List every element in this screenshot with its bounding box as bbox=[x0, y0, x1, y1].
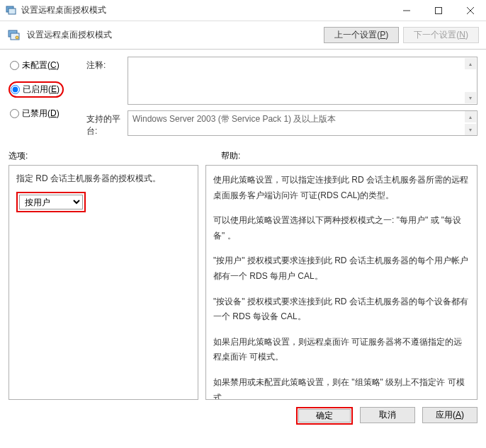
option-description: 指定 RD 会话主机服务器的授权模式。 bbox=[16, 173, 191, 185]
window-icon bbox=[6, 5, 17, 16]
state-radio-group: 未配置(C) 已启用(E) 已禁用(D) bbox=[9, 57, 86, 143]
svg-point-8 bbox=[16, 36, 18, 39]
radio-disabled-input[interactable] bbox=[10, 109, 19, 118]
close-button[interactable] bbox=[454, 0, 486, 21]
next-setting-button: 下一个设置(N) bbox=[403, 27, 479, 43]
help-section-label: 帮助: bbox=[207, 150, 477, 162]
svg-rect-3 bbox=[435, 7, 441, 13]
apply-button-label: 应用(A) bbox=[436, 409, 464, 421]
radio-enabled-input[interactable] bbox=[11, 85, 20, 94]
header: 设置远程桌面授权模式 上一个设置(P) 下一个设置(N) bbox=[0, 21, 486, 50]
radio-enabled[interactable]: 已启用(E) bbox=[9, 81, 64, 98]
radio-not-configured-input[interactable] bbox=[10, 61, 19, 70]
dialog-footer: 确定 取消 应用(A) bbox=[0, 400, 486, 425]
radio-not-configured-label: 未配置(C) bbox=[22, 59, 60, 71]
apply-button[interactable]: 应用(A) bbox=[422, 407, 477, 423]
prev-setting-button[interactable]: 上一个设置(P) bbox=[324, 27, 399, 43]
ok-button-highlight: 确定 bbox=[296, 407, 353, 425]
options-panel: 指定 RD 会话主机服务器的授权模式。 按用户 bbox=[9, 165, 198, 400]
radio-not-configured[interactable]: 未配置(C) bbox=[9, 58, 86, 73]
annotation-label: 注释: bbox=[86, 57, 128, 105]
titlebar: 设置远程桌面授权模式 bbox=[0, 0, 486, 21]
page-title: 设置远程桌面授权模式 bbox=[27, 29, 324, 41]
window-controls bbox=[390, 0, 486, 21]
options-section-label: 选项: bbox=[9, 150, 207, 162]
help-paragraph: 使用此策略设置，可以指定连接到此 RD 会话主机服务器所需的远程桌面服务客户端访… bbox=[213, 173, 470, 203]
minimize-button[interactable] bbox=[390, 0, 422, 21]
annotation-textarea[interactable]: ▴ ▾ bbox=[128, 57, 477, 105]
help-paragraph: 如果禁用或未配置此策略设置，则在 "组策略" 级别上不指定许 可模式。 bbox=[213, 375, 470, 400]
radio-disabled[interactable]: 已禁用(D) bbox=[9, 106, 86, 121]
help-paragraph: "按设备" 授权模式要求连接到此 RD 会话主机服务器的每个设备都有一个 RDS… bbox=[213, 294, 470, 325]
mode-select[interactable]: 按用户 bbox=[19, 195, 83, 209]
cancel-button[interactable]: 取消 bbox=[360, 407, 415, 423]
radio-enabled-label: 已启用(E) bbox=[23, 84, 60, 96]
next-setting-label: 下一个设置(N) bbox=[414, 29, 468, 41]
policy-icon bbox=[7, 28, 21, 42]
scroll-down-icon[interactable]: ▾ bbox=[465, 124, 476, 135]
scroll-down-icon[interactable]: ▾ bbox=[465, 92, 476, 103]
mode-select-highlight: 按用户 bbox=[16, 192, 86, 212]
svg-rect-1 bbox=[9, 8, 16, 14]
platform-value: Windows Server 2003 (带 Service Pack 1) 及… bbox=[132, 113, 336, 125]
prev-setting-label: 上一个设置(P) bbox=[334, 29, 388, 41]
scroll-up-icon[interactable]: ▴ bbox=[465, 58, 476, 69]
scroll-up-icon[interactable]: ▴ bbox=[465, 111, 476, 122]
maximize-button[interactable] bbox=[422, 0, 454, 21]
platform-box: Windows Server 2003 (带 Service Pack 1) 及… bbox=[128, 110, 477, 136]
ok-button[interactable]: 确定 bbox=[298, 409, 351, 423]
radio-disabled-label: 已禁用(D) bbox=[22, 108, 60, 120]
help-paragraph: 如果启用此策略设置，则远程桌面许 可证服务器将不遵循指定的远程桌面许 可模式。 bbox=[213, 335, 470, 365]
help-paragraph: 可以使用此策略设置选择以下两种授权模式之一: "每用户" 或 "每设备" 。 bbox=[213, 213, 470, 243]
help-panel: 使用此策略设置，可以指定连接到此 RD 会话主机服务器所需的远程桌面服务客户端访… bbox=[205, 165, 477, 400]
window-title: 设置远程桌面授权模式 bbox=[21, 4, 390, 16]
platform-label: 支持的平台: bbox=[86, 110, 128, 137]
help-paragraph: "按用户" 授权模式要求连接到此 RD 会话主机服务器的每个用户帐户都有一个 R… bbox=[213, 253, 470, 284]
